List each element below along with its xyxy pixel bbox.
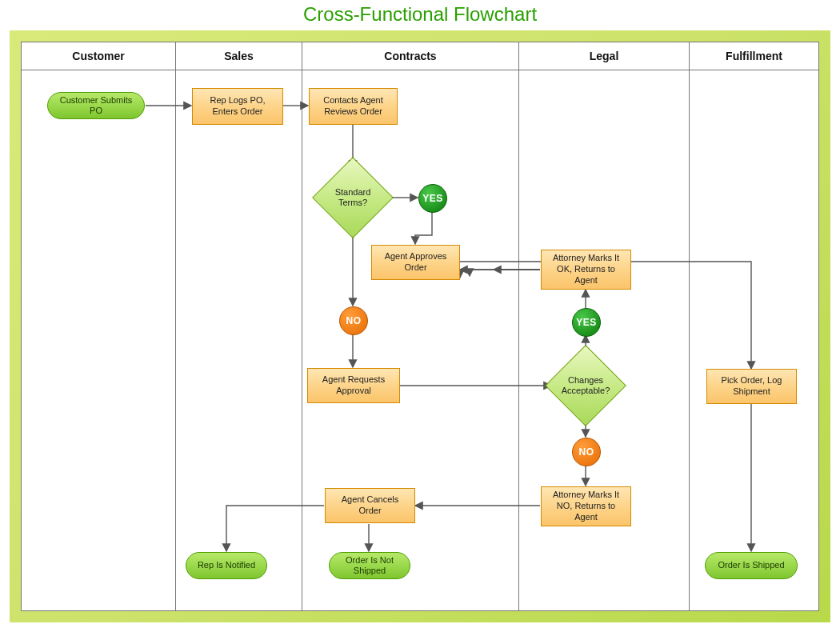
terminator-rep-notified: Rep Is Notified <box>186 552 267 579</box>
lane-area: Customer Sales Contracts Legal Fulfillme… <box>21 42 819 611</box>
diagram-stage: Customer Submits PO Rep Logs PO, Enters … <box>22 70 818 610</box>
process-rep-logs-po: Rep Logs PO, Enters Order <box>192 88 283 125</box>
process-agent-approves-order: Agent Approves Order <box>371 245 460 280</box>
process-attorney-no: Attorney Marks It NO, Returns to Agent <box>541 486 631 526</box>
badge-yes-standard-terms: YES <box>418 184 447 213</box>
process-agent-cancels-order: Agent Cancels Order <box>325 488 415 523</box>
diagram-frame: Cross-Functional Flowchart Customer Sale… <box>0 0 840 632</box>
diagram-canvas: Customer Sales Contracts Legal Fulfillme… <box>10 30 830 622</box>
diagram-title: Cross-Functional Flowchart <box>0 0 840 26</box>
lane-header-legal: Legal <box>519 42 690 70</box>
terminator-order-shipped: Order Is Shipped <box>705 552 798 579</box>
lane-header-fulfillment: Fulfillment <box>690 42 818 70</box>
terminator-order-not-shipped: Order Is Not Shipped <box>329 552 410 579</box>
lane-header-contracts: Contracts <box>302 42 519 70</box>
process-agent-requests-approval: Agent Requests Approval <box>307 368 400 403</box>
badge-no-changes: NO <box>572 438 601 466</box>
process-agent-reviews-order: Contacts Agent Reviews Order <box>309 88 398 125</box>
decision-standard-terms: Standard Terms? <box>324 169 382 226</box>
process-attorney-ok: Attorney Marks It OK, Returns to Agent <box>541 250 631 290</box>
badge-yes-changes: YES <box>572 308 601 337</box>
decision-changes-acceptable: Changes Acceptable? <box>557 357 614 414</box>
lane-header-customer: Customer <box>22 42 176 70</box>
badge-no-standard-terms: NO <box>339 306 368 335</box>
process-pick-order: Pick Order, Log Shipment <box>706 369 797 404</box>
lane-headers: Customer Sales Contracts Legal Fulfillme… <box>22 42 818 70</box>
lane-header-sales: Sales <box>176 42 302 70</box>
connectors <box>22 70 818 610</box>
terminator-customer-submits-po: Customer Submits PO <box>47 92 145 119</box>
